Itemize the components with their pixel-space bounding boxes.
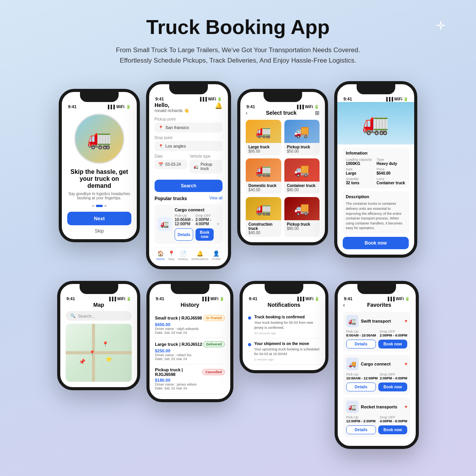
- onboard-title: Skip the hassle, get your truck on deman…: [67, 168, 131, 189]
- bell-icon[interactable]: 🔔: [215, 102, 223, 109]
- phone-notch: [171, 284, 209, 294]
- date-label: Date: [155, 154, 187, 158]
- drop-input-group: Drop point 📍 Los angles: [155, 136, 223, 151]
- truck-image-pickup: 🚚: [284, 120, 320, 143]
- home-header: Hello, ronald richards 👋 🔔: [155, 102, 223, 113]
- details-button[interactable]: Details: [346, 340, 376, 348]
- truck-card-container[interactable]: 🚚 Container truck $80.00: [284, 158, 320, 194]
- decorative-plus-icon: ✛: [436, 19, 445, 32]
- phone-notifications: 9:41 ▐▐▐ WiFi 🔋 Notifications Truck book…: [240, 281, 328, 373]
- status-icons: ▐▐▐ WiFi 🔋: [296, 105, 319, 109]
- cargo-truck-icon: 🚚: [346, 358, 359, 370]
- calendar-icon: 📅: [158, 162, 163, 167]
- heart-icon[interactable]: ♥: [405, 318, 407, 324]
- date-field[interactable]: 📅 03-03-24: [155, 160, 187, 169]
- status-icons: ▐▐▐ WiFi 🔋: [386, 297, 410, 301]
- truck-detail-hero: 🚛: [337, 102, 414, 144]
- truck-card-pickup2[interactable]: 🚚 Pickup truck $80.00: [284, 197, 320, 237]
- phone-onboarding: 9:41 ▐▐▐ WiFi 🔋 🚛 Skip the hassle, get y…: [59, 89, 140, 242]
- nav-profile[interactable]: 👤 Profile: [212, 250, 221, 261]
- bottom-navigation: 🏠 Home 📍 Map 📄 History 🔔 Notifications: [155, 247, 223, 261]
- popular-section-header: Popular trucks View all: [155, 196, 223, 201]
- book-now-button[interactable]: Book now: [343, 237, 409, 249]
- status-bar: 9:41 ▐▐▐ WiFi 🔋: [60, 294, 137, 302]
- phone-notch: [357, 84, 395, 94]
- notification-2: Your shipment is on the move Your upcomi…: [248, 338, 320, 365]
- heart-icon[interactable]: ♥: [405, 361, 407, 367]
- map-title: Map: [66, 302, 132, 308]
- nav-history[interactable]: 📄 History: [178, 250, 188, 261]
- map-pin-3: 📌: [79, 359, 85, 365]
- action-buttons: Details Book now: [175, 228, 214, 241]
- book-now-button[interactable]: Book now: [196, 228, 213, 241]
- phone-favorites: 9:41 ▐▐▐ WiFi 🔋 ‹ Favorites 🚛 Swift tran…: [335, 281, 419, 449]
- page-header: Truck Booking App From Small Truck To La…: [8, 15, 468, 66]
- truck-card-domestic[interactable]: 🚛 Domestic truck $40.00: [246, 158, 281, 194]
- desc-title: Description: [346, 194, 406, 199]
- phone-notch: [264, 92, 302, 102]
- fav-buttons: Details Book now: [346, 340, 407, 348]
- skip-button[interactable]: Skip: [67, 228, 131, 234]
- back-button[interactable]: ‹: [343, 302, 345, 308]
- truck-card-large[interactable]: 🚛 Large truck $95.00: [246, 120, 281, 155]
- phones-row1: 9:41 ▐▐▐ WiFi 🔋 🚛 Skip the hassle, get y…: [59, 81, 417, 269]
- details-button[interactable]: Details: [346, 425, 376, 434]
- history-title: History: [155, 302, 225, 308]
- details-button[interactable]: Details: [346, 382, 376, 391]
- truck-hero-image: 🚛: [74, 114, 124, 164]
- map-icon: 📍: [168, 250, 175, 257]
- status-icons: ▐▐▐ WiFi 🔋: [296, 297, 319, 301]
- desc-text: The container trucks in container delive…: [346, 201, 406, 231]
- nav-notifications[interactable]: 🔔 Notifications: [192, 250, 209, 261]
- swift-truck-icon: 🚛: [346, 315, 359, 327]
- history-item-2: Large truck | RJGJ6512 Delivered $250.00…: [155, 338, 225, 364]
- search-button[interactable]: Search: [155, 180, 223, 192]
- cargo-truck-icon: 🚛: [158, 217, 172, 231]
- info-section: Infomation Loading capacity 1000KG Type …: [343, 148, 409, 188]
- truck-image-container: 🚚: [284, 158, 320, 182]
- book-button[interactable]: Book now: [378, 382, 407, 391]
- vehicle-label: Vehicle type: [190, 154, 223, 158]
- next-button[interactable]: Next: [67, 212, 131, 225]
- truck-card-pickup[interactable]: 🚚 Pickup truck $50.00: [284, 120, 320, 155]
- drop-label: Drop point: [155, 136, 223, 140]
- history-item-1: Small truck | RJGJ6598 In Transit $450.0…: [155, 312, 225, 338]
- info-grid: Loading capacity 1000KG Type Heavy duty …: [346, 158, 406, 185]
- heart-icon[interactable]: ♥: [405, 404, 407, 410]
- nav-map[interactable]: 📍 Map: [168, 250, 175, 261]
- details-button[interactable]: Details: [175, 228, 193, 241]
- page-subtitle: From Small Truck To Large Trailers, We'v…: [103, 45, 373, 66]
- times-row: Pick-Up 10:00AM - 12:00PM Drop OFF 2:00P…: [175, 214, 214, 226]
- drop-field[interactable]: 📍 Los angles: [155, 141, 223, 151]
- pickup-field[interactable]: 📍 San fransico: [155, 122, 223, 133]
- horizontal-road: [66, 351, 132, 354]
- truck-card-construction[interactable]: 🚛 Construction truck $40.00: [246, 197, 281, 237]
- book-button[interactable]: Book now: [378, 340, 407, 348]
- trucks-grid: 🚛 Large truck $95.00 🚚 Pickup truck $50.…: [246, 120, 320, 237]
- vehicle-field[interactable]: 🚛 Pickup truck: [190, 160, 223, 173]
- phone-map: 9:41 ▐▐▐ WiFi 🔋 Map 🔍 Search... 📍 📍 📌: [57, 281, 140, 390]
- favorite-cargo-connect: 🚚 Cargo connect ♥ Pick-Up 10:00AM - 12:0…: [343, 355, 410, 394]
- truck-image-domestic: 🚛: [246, 158, 281, 182]
- view-all-link[interactable]: View all: [209, 196, 223, 201]
- map-view[interactable]: 📍 📍 📌 ⭐: [66, 324, 132, 382]
- book-button[interactable]: Book now: [378, 425, 407, 434]
- cargo-connect-card: 🚛 Cargo connect Pick-Up 10:00AM - 12:00P…: [155, 204, 223, 244]
- phones-row2: 9:41 ▐▐▐ WiFi 🔋 Map 🔍 Search... 📍 📍 📌: [57, 277, 419, 449]
- back-button[interactable]: ‹: [246, 110, 248, 116]
- map-search[interactable]: 🔍 Search...: [66, 311, 132, 321]
- dot-3: [104, 205, 107, 207]
- phone-history: 9:41 ▐▐▐ WiFi 🔋 History Small truck | RJ…: [146, 281, 233, 402]
- search-icon: 🔍: [70, 313, 76, 318]
- truck-image-construction: 🚛: [246, 197, 281, 220]
- location-icon: 📍: [158, 126, 163, 130]
- phone-notch: [80, 92, 119, 102]
- phone-home: 9:41 ▐▐▐ WiFi 🔋 Hello, ronald richards 👋…: [146, 81, 231, 269]
- onboard-subtitle: Say goodbye to logistics headaches booki…: [67, 192, 131, 200]
- screen-title: Select truck: [266, 110, 296, 116]
- favorite-icon[interactable]: ♥: [217, 221, 219, 227]
- pickup-time: Pick-Up 10:00AM - 12:00PM: [175, 214, 196, 226]
- filter-button[interactable]: ⊞: [315, 110, 320, 116]
- nav-home[interactable]: 🏠 Home: [156, 250, 165, 261]
- user-name: ronald richards 👋: [155, 108, 189, 113]
